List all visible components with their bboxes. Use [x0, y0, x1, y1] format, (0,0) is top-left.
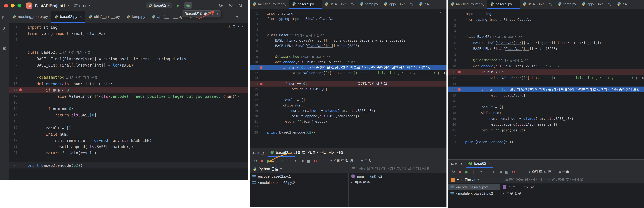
settings-gear-icon[interactable] — [217, 2, 224, 9]
code-line[interactable]: 15 return cls.BASE[0] — [448, 92, 644, 98]
line-number[interactable]: 18 — [9, 132, 18, 136]
code-line[interactable]: 14 if num == 0: — [9, 106, 248, 112]
inspections-widget[interactable]: ⚠ 2 — [434, 10, 442, 14]
editor-tab[interactable]: utils/__init__.py — [322, 0, 357, 9]
prev-problem-icon[interactable]: ∧ — [237, 24, 239, 28]
evaluate-expression-icon[interactable]: ▦ — [504, 170, 509, 174]
line-number[interactable]: 4 — [9, 44, 18, 48]
code-line[interactable]: 3 — [9, 37, 248, 43]
code-line[interactable]: 11 if num < 0: — [9, 87, 248, 93]
code-line[interactable]: 15 return cls.BASE[0] — [9, 112, 248, 118]
step-into-icon[interactable]: ↓ — [286, 159, 291, 163]
line-number[interactable]: 21 — [9, 151, 18, 155]
line-number[interactable]: 7 — [448, 47, 456, 50]
line-number[interactable]: 16 — [9, 120, 18, 123]
editor-tab[interactable]: asg — [416, 0, 433, 9]
line-number[interactable]: 9 — [9, 76, 18, 79]
code-line[interactable]: 10 def encode(cls, num: int) -> str: num… — [250, 60, 446, 65]
line-number[interactable]: 20 — [9, 145, 18, 148]
line-number[interactable]: 4 — [448, 30, 456, 33]
maximize-window-button[interactable] — [18, 4, 21, 7]
line-number[interactable]: 14 — [9, 107, 18, 111]
more-tools-icon[interactable]: ⋯ — [2, 59, 7, 64]
code-line[interactable]: 9 @classmethod 1개의 사용 위치 신규 * — [250, 54, 446, 60]
code-line[interactable]: 13 — [448, 81, 644, 86]
editor-tab[interactable]: base62.py× — [289, 0, 322, 9]
debug-view-tab[interactable]: ≡스레드 및 변수 — [330, 158, 357, 164]
minimize-window-button[interactable] — [11, 4, 14, 7]
thread-selector[interactable]: MainThread ▾ — [451, 178, 480, 182]
code-editor[interactable]: 1import string2from typing import Final,… — [250, 9, 446, 148]
line-number[interactable]: 9 — [250, 55, 258, 59]
line-number[interactable]: 8 — [250, 50, 258, 53]
line-number[interactable]: 6 — [9, 57, 18, 60]
line-number[interactable]: 17 — [250, 98, 258, 102]
close-icon[interactable]: × — [80, 14, 82, 19]
editor-tab[interactable]: asg — [614, 0, 631, 9]
code-line[interactable]: 18 while num: — [250, 103, 446, 108]
code-line[interactable]: 5class Base62: 1개의 사용 위치 신규 * — [9, 49, 248, 56]
close-icon[interactable]: × — [514, 2, 517, 6]
debug-view-tab[interactable]: ≡스레드 및 변수 — [528, 169, 555, 174]
line-number[interactable]: 3 — [250, 22, 258, 26]
breakpoint-icon[interactable] — [260, 66, 262, 69]
code-line[interactable]: 13 — [250, 76, 446, 81]
branch-widget[interactable]: main ▾ — [74, 3, 90, 8]
line-number[interactable]: 22 — [9, 157, 18, 161]
step-out-icon[interactable]: ↑ — [293, 159, 298, 163]
code-line[interactable]: 2from typing import Final, ClassVar — [448, 17, 644, 22]
line-number[interactable]: 15 — [448, 94, 456, 97]
line-number[interactable]: 1 — [9, 26, 18, 29]
step-over-icon[interactable]: ↷ — [478, 170, 483, 174]
run-button[interactable]: ▶ — [174, 2, 182, 9]
code-line[interactable]: 7 BASE_LEN: Final[ClassVar[int]] = len(B… — [9, 62, 248, 68]
editor-tab[interactable]: meeting_router.py — [9, 11, 51, 23]
code-line[interactable]: 21 return "".join(result) — [9, 150, 248, 156]
code-line[interactable]: 1import string — [448, 11, 644, 17]
code-line[interactable]: 5class Base62: 1개의 사용 위치 신규 * — [448, 34, 644, 40]
close-icon[interactable]: × — [489, 162, 491, 166]
line-number[interactable]: 8 — [448, 53, 456, 56]
code-line[interactable]: 11 if num < 0: — [448, 69, 644, 75]
code-line[interactable]: 8 — [250, 49, 446, 54]
code-line[interactable]: 8 — [9, 68, 248, 74]
code-line[interactable]: 16 — [250, 92, 446, 97]
code-line[interactable]: 6 BASE: Final[ClassVar[str]] = string.as… — [9, 56, 248, 62]
line-number[interactable]: 22 — [448, 134, 456, 138]
line-number[interactable]: 1 — [448, 12, 456, 16]
code-line[interactable]: 22 — [448, 133, 644, 139]
stack-frame-row[interactable]: encode, base62.py:1 — [250, 173, 348, 179]
code-line[interactable]: 20 result.append(cls.BASE[remainder]) — [9, 144, 248, 150]
code-line[interactable]: 10 def encode(cls, num: int) -> str: — [9, 81, 248, 87]
code-line[interactable]: 22 — [9, 156, 248, 162]
line-number[interactable]: 5 — [250, 33, 258, 37]
line-number[interactable]: 18 — [448, 111, 456, 115]
code-line[interactable]: 4 — [250, 27, 446, 32]
line-number[interactable]: 8 — [9, 69, 18, 73]
debug-panel-title[interactable]: 디버그 — [253, 150, 264, 156]
line-number[interactable]: 19 — [9, 138, 18, 142]
line-number[interactable]: 16 — [448, 99, 456, 103]
line-number[interactable]: 1 — [250, 12, 258, 16]
code-line[interactable]: 19 num, remainder = divmod(num, cls.BASE… — [9, 137, 248, 144]
variable-row[interactable]: num = {int} 62 — [349, 173, 446, 179]
editor-tab[interactable]: app/__init__.py — [148, 11, 186, 23]
run-config-selector[interactable]: base62 ▾ — [146, 2, 172, 8]
watch-expression-input[interactable]: 표현식(e)을 평가하거나 감시(⌘⇧8)를 추가하세요 — [352, 166, 430, 172]
debug-button[interactable] — [184, 2, 192, 9]
line-number[interactable]: 4 — [250, 28, 258, 32]
line-number[interactable]: 7 — [250, 44, 258, 48]
code-editor[interactable]: 1import string2from typing import Final,… — [448, 9, 644, 159]
close-icon[interactable]: × — [316, 2, 318, 6]
mute-breakpoints-icon[interactable]: ⊘ — [313, 159, 318, 163]
step-into-icon[interactable]: ↓ — [484, 170, 489, 174]
breakpoint-icon[interactable] — [458, 70, 461, 74]
code-line[interactable]: 16 — [9, 118, 248, 124]
pause-icon[interactable]: ∥ — [273, 159, 278, 163]
variable-row[interactable]: num = {int} 62 — [500, 184, 644, 190]
next-problem-icon[interactable]: ∨ — [241, 24, 244, 28]
line-number[interactable]: 21 — [448, 128, 456, 132]
debug-session-tab[interactable]: base62 × — [268, 149, 294, 157]
code-line[interactable]: 19 num, remainder = divmod(num, cls.BASE… — [448, 116, 644, 122]
stop-icon[interactable]: ■ — [458, 170, 463, 174]
